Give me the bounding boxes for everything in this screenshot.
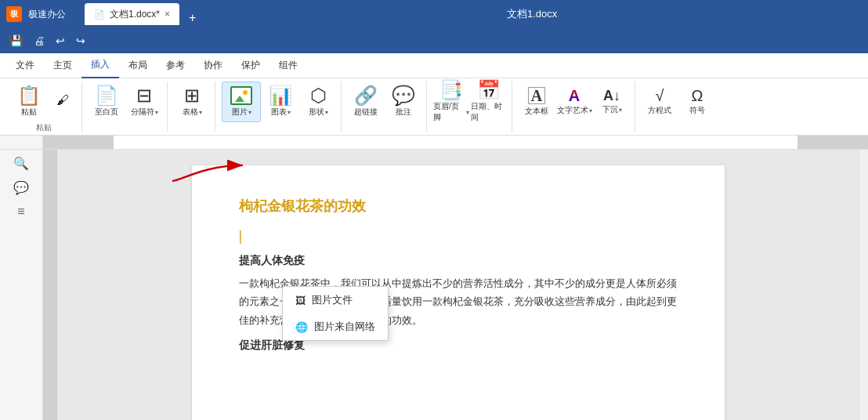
textbox-icon: A (528, 87, 545, 104)
ribbon-group-paste: 📋 粘贴 🖌 粘贴 (6, 81, 82, 132)
dropcap-button[interactable]: A↓ 下沉 ▾ (594, 81, 630, 122)
undo-button[interactable]: ↩ (52, 33, 68, 49)
tab-collaborate[interactable]: 协作 (194, 53, 232, 78)
save-button[interactable]: 💾 (6, 33, 26, 49)
tab-file[interactable]: 文件 (6, 53, 44, 78)
ribbon-group-illustration: 图片 ▾ 📊 图表 ▾ ⬡ 形状 ▾ (217, 81, 342, 132)
dropcap-label: 下沉 (602, 104, 618, 115)
tab-close-button[interactable]: × (165, 9, 170, 20)
ribbon: 文件 主页 插入 布局 参考 协作 保护 组件 📋 粘贴 🖌 粘贴 (0, 53, 868, 136)
ruler-area (0, 136, 868, 150)
image-label: 图片 (232, 107, 248, 118)
paste-label: 粘贴 (21, 107, 37, 118)
dropcap-arrow: ▾ (619, 107, 622, 114)
tab-home[interactable]: 主页 (44, 53, 81, 78)
image-label-area: 图片 ▾ (232, 107, 251, 118)
equation-label: 方程式 (648, 105, 671, 116)
document-title: 枸杞金银花茶的功效 (239, 197, 678, 215)
scrollbar-right[interactable] (859, 150, 868, 420)
quick-access-toolbar: 💾 🖨 ↩ ↪ (0, 28, 868, 53)
ribbon-group-table: ⊞ 表格 ▾ (169, 81, 215, 132)
symbol-icon: Ω (692, 88, 703, 103)
symbol-button[interactable]: Ω 符号 (679, 81, 715, 122)
wordart-label: 文字艺术 (557, 105, 588, 116)
document-area: 枸杞金银花茶的功效 | 提高人体免疫 一款枸杞金银花茶中，我们可以从中提炼出不少… (57, 150, 859, 420)
dropcap-icon: A↓ (603, 89, 620, 103)
ribbon-group-math: √ 方程式 Ω 符号 (637, 81, 720, 132)
tab-components[interactable]: 组件 (269, 53, 307, 78)
comment-button[interactable]: 💬 批注 (385, 81, 421, 122)
chart-label-area: 图表 ▾ (271, 107, 291, 118)
paste-items: 📋 粘贴 🖌 (11, 81, 77, 122)
image-dropdown-menu: 🖼 图片文件 🌐 图片来自网络 (282, 286, 389, 341)
chart-icon: 📊 (269, 86, 292, 105)
redo-button[interactable]: ↪ (73, 33, 89, 49)
comment-sidebar-icon[interactable]: 💬 (13, 180, 29, 195)
format-painter-icon: 🖌 (56, 94, 69, 107)
print-button[interactable]: 🖨 (31, 33, 48, 49)
blank-page-button[interactable]: 📄 至白页 (89, 81, 125, 122)
sidebar-left: 🔍 💬 ≡ (0, 150, 43, 420)
ribbon-group-links: 🔗 超链接 💬 批注 (343, 81, 427, 132)
image-button[interactable]: 图片 ▾ (222, 81, 261, 122)
blank-page-icon: 📄 (95, 86, 118, 105)
tab-reference[interactable]: 参考 (157, 53, 194, 78)
list-icon[interactable]: ≡ (17, 205, 24, 219)
document-tab[interactable]: 📄 文档1.docx* × (85, 3, 179, 25)
table-label: 表格 (183, 107, 198, 118)
ruler-main (43, 136, 868, 149)
table-label-area: 表格 ▾ (183, 107, 202, 118)
shape-button[interactable]: ⬡ 形状 ▾ (300, 81, 336, 122)
wordart-label-area: 文字艺术 ▾ (557, 105, 592, 116)
chart-button[interactable]: 📊 图表 ▾ (262, 81, 298, 122)
textbox-label: 文本框 (525, 106, 548, 117)
document-page: 枸杞金银花茶的功效 | 提高人体免疫 一款枸杞金银花茶中，我们可以从中提炼出不少… (192, 165, 725, 420)
separator-button[interactable]: ⊟ 分隔符 ▾ (126, 81, 162, 122)
shape-label: 形状 (309, 107, 324, 118)
paste-group-label: 粘贴 (36, 122, 52, 135)
wordart-button[interactable]: A 文字艺术 ▾ (556, 81, 592, 122)
menu-item-image-web[interactable]: 🌐 图片来自网络 (283, 313, 388, 340)
paste-button[interactable]: 📋 粘贴 (11, 81, 47, 122)
window-title: 文档1.docx (202, 7, 862, 21)
app-name: 极速办公 (28, 8, 66, 21)
tab-icon: 📄 (94, 9, 105, 20)
datetime-button[interactable]: 📅 日期、时间 (471, 81, 507, 122)
tab-protect[interactable]: 保护 (232, 53, 269, 78)
separator-label-area: 分隔符 ▾ (131, 107, 158, 118)
tab-insert[interactable]: 插入 (81, 53, 119, 78)
format-painter-button[interactable]: 🖌 (49, 81, 77, 119)
title-bar-left: 极 极速办公 📄 文档1.docx* × + (6, 3, 202, 25)
text-items: A 文本框 A 文字艺术 ▾ A↓ 下沉 ▾ (519, 81, 630, 132)
textbox-button[interactable]: A 文本框 (519, 81, 555, 122)
image-file-icon: 🖼 (295, 295, 306, 306)
datetime-icon: 📅 (477, 81, 501, 100)
header-footer-icon: 📑 (439, 81, 463, 100)
ribbon-group-text: A 文本框 A 文字艺术 ▾ A↓ 下沉 ▾ (514, 81, 635, 132)
separator-label: 分隔符 (131, 107, 154, 118)
menu-item-image-file[interactable]: 🖼 图片文件 (283, 287, 388, 313)
pages-items: 📄 至白页 ⊟ 分隔符 ▾ (89, 81, 162, 132)
separator-icon: ⊟ (136, 86, 152, 105)
hyperlink-button[interactable]: 🔗 超链接 (348, 81, 384, 122)
vertical-ruler (43, 150, 57, 420)
search-icon[interactable]: 🔍 (13, 156, 29, 171)
image-web-label: 图片来自网络 (314, 320, 375, 334)
image-web-icon: 🌐 (295, 321, 308, 333)
equation-button[interactable]: √ 方程式 (642, 81, 678, 122)
header-footer-button[interactable]: 📑 页眉/页脚 ▾ (433, 81, 469, 122)
equation-icon: √ (656, 88, 664, 103)
ruler-white-area (114, 136, 797, 149)
headerfooter-items: 📑 页眉/页脚 ▾ 📅 日期、时间 (433, 81, 507, 132)
chart-label: 图表 (271, 107, 287, 118)
tab-layout[interactable]: 布局 (119, 53, 157, 78)
ribbon-content: 📋 粘贴 🖌 粘贴 📄 至白页 ⊟ 分隔符 (0, 78, 868, 135)
main-area: 🔍 💬 ≡ 枸杞金银花茶的功效 | 提高人体免疫 一款枸杞金银花茶中，我们可以从… (0, 150, 868, 420)
wordart-icon: A (569, 88, 580, 103)
table-button[interactable]: ⊞ 表格 ▾ (174, 81, 210, 122)
new-tab-button[interactable]: + (183, 11, 202, 25)
sun-shape (243, 90, 248, 95)
hyperlink-label: 超链接 (354, 107, 378, 118)
ruler-side (0, 136, 43, 149)
section-heading-1: 提高人体免疫 (239, 254, 678, 268)
